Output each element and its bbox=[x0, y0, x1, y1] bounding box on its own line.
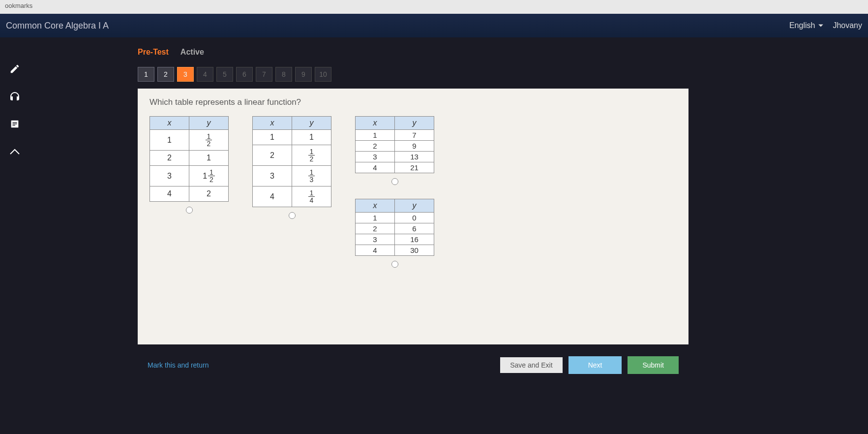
option-1: xy 112 21 3112 42 bbox=[150, 116, 229, 214]
radio-option-1[interactable] bbox=[186, 207, 193, 214]
user-name[interactable]: Jhovany bbox=[833, 21, 862, 30]
question-prompt: Which table represents a linear function… bbox=[150, 97, 677, 107]
qnav-7[interactable]: 7 bbox=[256, 67, 272, 82]
headphones-icon[interactable] bbox=[8, 90, 22, 103]
question-nav: 1 2 3 4 5 6 7 8 9 10 bbox=[30, 67, 868, 82]
sidebar bbox=[0, 37, 30, 434]
table-row: 21 bbox=[150, 151, 229, 166]
language-selector[interactable]: English bbox=[789, 21, 824, 30]
table-row: 29 bbox=[356, 141, 434, 152]
qnav-6[interactable]: 6 bbox=[236, 67, 253, 82]
table-4: xy 10 26 316 430 bbox=[355, 199, 434, 256]
table-row: 316 bbox=[356, 234, 434, 245]
qnav-3[interactable]: 3 bbox=[177, 67, 194, 82]
table-row: 430 bbox=[356, 245, 434, 256]
footer-buttons: Save and Exit Next Submit bbox=[500, 356, 679, 374]
tab-pretest[interactable]: Pre-Test bbox=[138, 48, 169, 57]
language-label: English bbox=[789, 21, 815, 30]
table-row: 112 bbox=[150, 130, 229, 151]
table-row: 42 bbox=[150, 186, 229, 202]
table-row: 313 bbox=[253, 166, 331, 186]
qnav-8[interactable]: 8 bbox=[275, 67, 292, 82]
qnav-5[interactable]: 5 bbox=[216, 67, 233, 82]
header-right: English Jhovany bbox=[789, 21, 862, 30]
qnav-1[interactable]: 1 bbox=[138, 67, 154, 82]
table-row: 26 bbox=[356, 223, 434, 234]
svg-rect-1 bbox=[12, 122, 17, 123]
qnav-10[interactable]: 10 bbox=[315, 67, 331, 82]
radio-option-4[interactable] bbox=[391, 261, 398, 268]
table-row: 11 bbox=[253, 130, 331, 145]
next-button[interactable]: Next bbox=[569, 356, 622, 374]
tabs: Pre-Test Active bbox=[30, 43, 868, 61]
table-1: xy 112 21 3112 42 bbox=[150, 116, 229, 202]
table-row: 212 bbox=[253, 145, 331, 166]
collapse-icon[interactable] bbox=[8, 145, 22, 158]
pencil-icon[interactable] bbox=[8, 62, 22, 76]
table-2: xy 11 212 313 414 bbox=[252, 116, 331, 207]
radio-option-3[interactable] bbox=[391, 178, 398, 185]
table-row: 3112 bbox=[150, 166, 229, 186]
notes-icon[interactable] bbox=[8, 117, 22, 131]
answer-options: xy 112 21 3112 42 xy 11 212 313 414 bbox=[150, 116, 677, 268]
browser-bookmarks-bar: ookmarks bbox=[0, 0, 868, 14]
main-panel: Pre-Test Active 1 2 3 4 5 6 7 8 9 10 Whi… bbox=[30, 37, 868, 434]
bookmarks-label: ookmarks bbox=[5, 2, 32, 9]
th-y: y bbox=[292, 117, 331, 130]
table-row: 313 bbox=[356, 152, 434, 162]
option-2: xy 11 212 313 414 bbox=[252, 116, 331, 219]
th-x: x bbox=[356, 117, 395, 130]
svg-rect-2 bbox=[12, 124, 17, 124]
course-title: Common Core Algebra I A bbox=[6, 21, 109, 31]
table-3: xy 17 29 313 421 bbox=[355, 116, 434, 173]
mark-and-return-link[interactable]: Mark this and return bbox=[148, 361, 209, 369]
submit-button[interactable]: Submit bbox=[628, 356, 679, 374]
chevron-down-icon bbox=[818, 23, 824, 29]
tab-active[interactable]: Active bbox=[180, 48, 204, 57]
table-row: 17 bbox=[356, 130, 434, 141]
course-header: Common Core Algebra I A English Jhovany bbox=[0, 14, 868, 37]
th-x: x bbox=[150, 117, 189, 130]
workspace: Pre-Test Active 1 2 3 4 5 6 7 8 9 10 Whi… bbox=[0, 37, 868, 434]
radio-option-2[interactable] bbox=[289, 212, 296, 219]
table-row: 414 bbox=[253, 186, 331, 207]
th-y: y bbox=[189, 117, 229, 130]
save-and-exit-button[interactable]: Save and Exit bbox=[500, 357, 562, 373]
footer-bar: Mark this and return Save and Exit Next … bbox=[138, 356, 688, 374]
question-content: Which table represents a linear function… bbox=[138, 89, 688, 344]
th-x: x bbox=[356, 199, 395, 213]
option-4: xy 10 26 316 430 bbox=[355, 199, 434, 268]
table-row: 10 bbox=[356, 213, 434, 223]
qnav-2[interactable]: 2 bbox=[157, 67, 174, 82]
option-3: xy 17 29 313 421 bbox=[355, 116, 434, 185]
qnav-9[interactable]: 9 bbox=[295, 67, 312, 82]
th-y: y bbox=[395, 199, 434, 213]
qnav-4[interactable]: 4 bbox=[197, 67, 213, 82]
th-x: x bbox=[253, 117, 292, 130]
svg-rect-3 bbox=[12, 125, 15, 125]
th-y: y bbox=[395, 117, 434, 130]
options-right-column: xy 17 29 313 421 xy 10 26 3 bbox=[355, 116, 434, 268]
table-row: 421 bbox=[356, 162, 434, 173]
